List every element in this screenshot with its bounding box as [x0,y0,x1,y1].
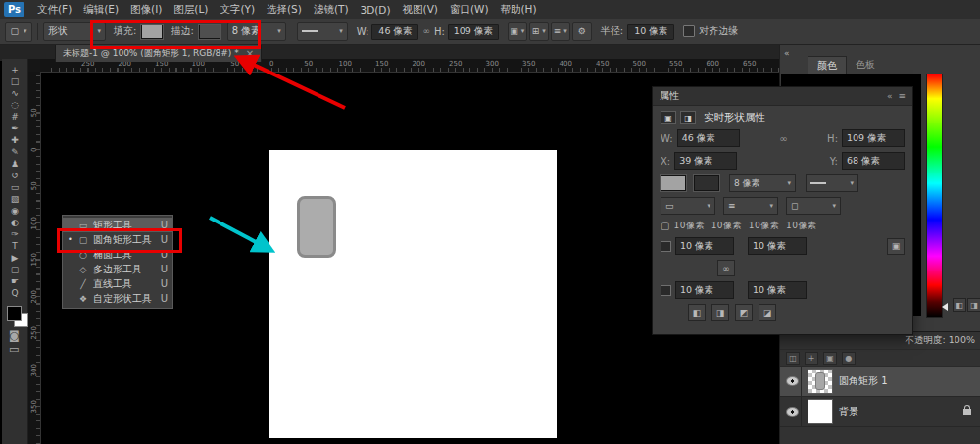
menu-item[interactable]: 视图(V) [397,0,444,19]
crop-tool[interactable]: # [4,111,25,123]
tab-properties[interactable]: 属性 [660,89,679,103]
radius-bottom-right-input[interactable]: 10 像素 [748,281,807,299]
zoom-tool[interactable]: Q [4,287,25,299]
radius-checkbox[interactable] [661,285,671,296]
radius-top-left-input[interactable]: 10 像素 [675,237,734,255]
lock-option-icon[interactable]: ◫ [786,352,800,365]
flyout-item-line-tool[interactable]: ╱ 直线工具 U [63,276,172,291]
quick-selection-tool[interactable]: ◌ [4,99,25,111]
history-brush-tool[interactable]: ↺ [4,170,25,181]
path-arrangement-button[interactable]: ≡▾ [551,22,570,41]
document-tab[interactable]: 未标题-1 @ 100% (圆角矩形 1, RGB/8#) * × [55,44,262,62]
flyout-item-custom-shape-tool[interactable]: ❖ 自定形状工具 U [63,291,172,306]
radius-top-right-input[interactable]: 10 像素 [748,237,807,255]
path-alignment-button[interactable]: ⊞▾ [529,22,549,41]
layer-row-background[interactable]: 背景 [780,397,980,427]
lock-option-icon[interactable]: ▣ [823,352,837,365]
brush-tool[interactable]: ✎ [4,146,25,158]
type-tool[interactable]: T [4,240,25,252]
radius-checkbox[interactable] [661,241,671,252]
stroke-align-select[interactable]: ▭ ▾ [661,197,715,215]
menu-item[interactable]: 3D(D) [354,0,396,19]
menu-item[interactable]: 图像(I) [124,0,168,19]
stroke-style-select[interactable]: ▾ [297,22,348,41]
tool-mode-select[interactable]: 形状 ▾ [43,22,106,41]
close-icon[interactable]: × [246,48,254,59]
pathfinder-icon[interactable]: ◪ [759,304,776,321]
collapse-icon[interactable]: « [887,91,893,101]
x-input[interactable]: 39 像素 [674,152,737,170]
stroke-swatch[interactable] [199,25,220,39]
menu-item[interactable]: 文件(F) [31,0,77,19]
menu-item[interactable]: 文字(Y) [214,0,261,19]
pen-tool[interactable]: ✑ [4,228,25,240]
stroke-caps-select[interactable]: ≡ ▾ [723,197,778,215]
gradient-tool[interactable]: ▧ [4,193,25,205]
pathfinder-icon[interactable]: ◩ [735,304,753,321]
link-radius-icon[interactable]: ▣ [887,238,905,255]
hue-slider-marker[interactable] [942,303,948,311]
eyedropper-tool[interactable]: ✒ [4,123,25,134]
hue-spectrum-strip[interactable] [926,74,943,318]
radius-input[interactable]: 10 像素 [627,24,674,40]
stroke-style-select[interactable]: ▾ [806,174,858,192]
width-input[interactable]: 46 像素 [371,24,418,40]
flyout-item-rectangle-tool[interactable]: ▭ 矩形工具 U [63,218,172,232]
link-dimensions-icon[interactable]: ∞ [422,26,430,36]
pathfinder-icon[interactable]: ◨ [711,304,729,321]
foreground-color-swatch[interactable] [7,306,22,321]
eraser-tool[interactable]: ▭ [4,181,25,193]
fill-swatch[interactable] [141,25,163,39]
move-tool[interactable]: + [4,64,25,75]
lasso-tool[interactable]: ∿ [4,87,25,99]
radius-bottom-left-input[interactable]: 10 像素 [675,281,734,299]
menu-item[interactable]: 帮助(H) [495,0,543,19]
menu-item[interactable]: 编辑(E) [77,0,124,19]
lock-option-icon[interactable]: + [805,352,818,365]
height-input[interactable]: 109 像素 [448,24,499,40]
blur-tool[interactable]: ◉ [4,205,25,217]
quick-mask-icon[interactable]: ◙ [9,329,20,342]
marquee-tool[interactable]: □ [4,75,25,87]
stroke-width-select[interactable]: 8 像素 ▾ [227,22,286,41]
fill-swatch[interactable] [661,175,686,191]
flyout-item-rounded-rectangle-tool[interactable]: • ▢ 圆角矩形工具 U [63,232,172,247]
screen-mode-icon[interactable]: ▭ [9,343,19,356]
layer-thumbnail[interactable] [808,369,833,394]
tool-preset-button[interactable]: ▢ ▾ [5,22,32,42]
collapse-panels-icon[interactable]: « [784,48,790,58]
menu-item[interactable]: 图层(L) [168,0,214,19]
align-edges-checkbox[interactable] [683,25,695,37]
flyout-item-polygon-tool[interactable]: ◇ 多边形工具 U [63,262,172,276]
layer-thumbnail[interactable] [808,399,833,424]
rounded-rectangle-shape[interactable] [297,196,336,258]
visibility-eye-icon[interactable] [786,407,799,417]
gear-icon[interactable]: ⚙ [572,22,592,41]
flyout-item-ellipse-tool[interactable]: ○ 椭圆工具 U [63,247,172,262]
link-dimensions-icon[interactable]: ∞ [744,133,823,144]
path-selection-tool[interactable]: ▶ [4,252,25,264]
visibility-eye-icon[interactable] [786,376,799,386]
dodge-tool[interactable]: ◐ [4,217,25,228]
menu-item[interactable]: 窗口(W) [444,0,495,19]
stroke-width-select[interactable]: 8 像素 ▾ [729,174,796,192]
height-input[interactable]: 109 像素 [842,129,905,147]
panel-menu-icon[interactable]: ≡ [898,91,906,101]
healing-brush-tool[interactable]: ✚ [4,134,25,146]
panel-icon[interactable]: ◧ [953,298,966,312]
menu-item[interactable]: 滤镜(T) [308,0,355,19]
y-input[interactable]: 68 像素 [842,152,905,170]
panel-icon[interactable]: ◨ [967,298,980,312]
width-input[interactable]: 46 像素 [677,129,740,147]
canvas-document[interactable] [270,150,557,438]
layer-row-rounded-rectangle[interactable]: 圆角矩形 1 [780,367,980,397]
layer-name[interactable]: 背景 [839,405,858,419]
lock-option-icon[interactable]: ● [842,352,856,365]
stroke-swatch[interactable] [694,175,719,191]
hand-tool[interactable]: ☛ [4,275,25,287]
opacity-value[interactable]: 不透明度: 100% [906,334,975,347]
stroke-corners-select[interactable]: ◻ ▾ [786,197,841,215]
menu-item[interactable]: 选择(S) [261,0,308,19]
layer-name[interactable]: 圆角矩形 1 [839,374,888,388]
shape-tool[interactable]: ▢ [4,264,25,275]
